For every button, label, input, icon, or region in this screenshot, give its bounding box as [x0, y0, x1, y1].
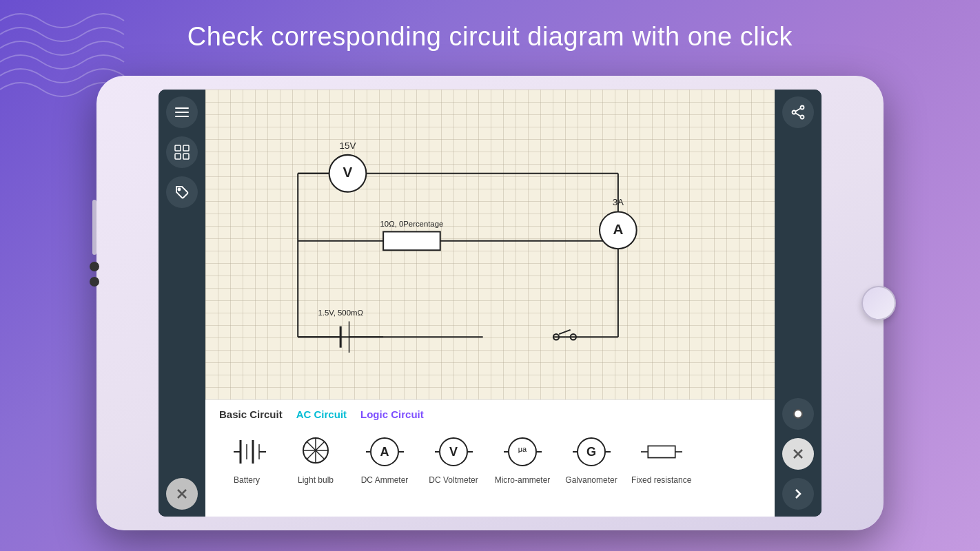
galvanometer-icon: G — [571, 431, 612, 472]
tablet-left-buttons — [92, 200, 99, 292]
svg-point-66 — [801, 116, 804, 119]
component-battery[interactable]: Battery — [212, 428, 281, 488]
tag-button[interactable] — [166, 176, 198, 208]
svg-text:V: V — [343, 164, 353, 180]
component-dc-voltmeter[interactable]: V DC Voltmeter — [419, 428, 488, 488]
svg-text:G: G — [586, 445, 595, 459]
next-button[interactable] — [782, 478, 814, 510]
svg-rect-1 — [183, 145, 189, 151]
page-title: Check corresponding circuit diagram with… — [0, 22, 980, 52]
mic-dot — [90, 277, 99, 287]
battery-label: Battery — [234, 475, 260, 485]
circuit-tabs: Basic Circuit AC Circuit Logic Circuit — [205, 400, 775, 426]
main-content: V 15V A 3A 10Ω, 0Percentage — [205, 90, 775, 517]
grid-icon — [174, 145, 190, 160]
tab-logic-circuit[interactable]: Logic Circuit — [360, 408, 424, 420]
svg-rect-3 — [183, 154, 189, 159]
circuit-area[interactable]: V 15V A 3A 10Ω, 0Percentage — [205, 90, 775, 399]
close-button-left[interactable] — [166, 478, 198, 510]
resistor-icon — [641, 431, 682, 472]
voltmeter-label: DC Voltmeter — [429, 475, 478, 485]
svg-point-4 — [178, 189, 181, 191]
component-light-bulb[interactable]: Light bulb — [281, 428, 350, 488]
svg-text:3A: 3A — [613, 197, 624, 207]
share-button[interactable] — [782, 96, 814, 128]
microammeter-icon: μa — [502, 431, 543, 472]
close-button-right[interactable] — [782, 438, 814, 470]
close-icon — [176, 488, 188, 500]
components-row: Battery — [205, 426, 775, 490]
component-micro-ammeter[interactable]: μa Micro-ammeter — [488, 428, 557, 488]
svg-text:μa: μa — [518, 445, 527, 453]
svg-point-65 — [801, 106, 804, 110]
pencil-button[interactable] — [782, 398, 814, 430]
resistor-label: Fixed resistance — [631, 475, 691, 485]
svg-rect-2 — [175, 154, 181, 159]
tab-ac-circuit[interactable]: AC Circuit — [296, 408, 347, 420]
svg-rect-63 — [648, 446, 675, 457]
lightbulb-icon — [295, 431, 336, 472]
svg-line-69 — [795, 113, 801, 116]
bottom-panel: Basic Circuit AC Circuit Logic Circuit — [205, 399, 775, 517]
svg-point-67 — [793, 111, 796, 114]
pencil-icon — [790, 406, 806, 422]
microammeter-label: Micro-ammeter — [495, 475, 551, 485]
home-button[interactable] — [861, 286, 896, 320]
svg-rect-14 — [383, 231, 440, 250]
svg-rect-0 — [175, 145, 181, 151]
galvanometer-label: Galvanometer — [565, 475, 617, 485]
left-toolbar — [159, 90, 205, 517]
share-icon — [790, 105, 806, 120]
svg-line-68 — [795, 108, 801, 112]
right-toolbar — [775, 90, 821, 517]
svg-text:V: V — [449, 445, 457, 459]
ammeter-icon: A — [364, 431, 405, 472]
menu-button[interactable] — [166, 96, 198, 128]
svg-text:15V: 15V — [340, 141, 356, 151]
svg-text:10Ω, 0Percentage: 10Ω, 0Percentage — [380, 220, 444, 228]
screen: V 15V A 3A 10Ω, 0Percentage — [159, 90, 821, 517]
battery-icon — [226, 431, 267, 472]
camera-dot — [90, 262, 99, 271]
component-galvanometer[interactable]: G Galvanometer — [557, 428, 626, 488]
svg-text:A: A — [613, 221, 623, 237]
x-icon — [792, 448, 804, 460]
circuit-diagram: V 15V A 3A 10Ω, 0Percentage — [205, 90, 775, 399]
svg-text:A: A — [380, 445, 389, 459]
lightbulb-label: Light bulb — [298, 475, 334, 485]
tab-basic-circuit[interactable]: Basic Circuit — [219, 408, 283, 420]
volume-up-button[interactable] — [92, 200, 96, 255]
component-fixed-resistance[interactable]: Fixed resistance — [626, 428, 697, 488]
svg-point-71 — [795, 410, 802, 417]
hamburger-icon — [175, 107, 189, 117]
grid-button[interactable] — [166, 136, 198, 168]
ammeter-label: DC Ammeter — [361, 475, 409, 485]
voltmeter-icon: V — [433, 431, 474, 472]
component-dc-ammeter[interactable]: A DC Ammeter — [350, 428, 419, 488]
chevron-right-icon — [792, 488, 804, 500]
svg-line-30 — [559, 330, 571, 334]
svg-text:1.5V, 500mΩ: 1.5V, 500mΩ — [318, 309, 363, 317]
tag-icon — [174, 185, 190, 200]
tablet-frame: V 15V A 3A 10Ω, 0Percentage — [96, 76, 884, 530]
